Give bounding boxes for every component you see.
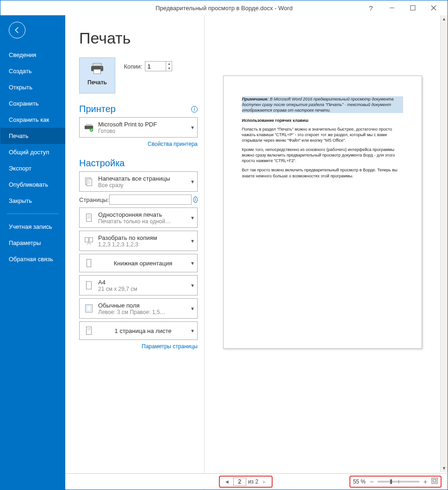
help-button[interactable]: ? <box>361 1 381 14</box>
nav-save-as[interactable]: Сохранить как <box>0 112 65 128</box>
printer-dropdown[interactable]: Microsoft Print to PDF Готово ▼ <box>79 117 198 138</box>
zoom-fit-button[interactable] <box>431 477 438 486</box>
settings-heading: Настройка <box>79 158 198 169</box>
prev-page-button[interactable]: ◄ <box>223 479 231 484</box>
backstage-sidebar: Сведения Создать Открыть Сохранить Сохра… <box>0 15 65 490</box>
print-settings-panel: Печать Печать Копии: ▲ ▼ <box>65 15 204 490</box>
collated-icon <box>80 236 98 246</box>
nav-publish[interactable]: Опубликовать <box>0 176 65 193</box>
nav-export[interactable]: Экспорт <box>0 160 65 176</box>
svg-rect-20 <box>85 238 88 242</box>
svg-rect-26 <box>87 327 92 335</box>
copies-spinner[interactable]: ▲ ▼ <box>145 61 172 71</box>
pages-label: Страницы: <box>79 196 109 203</box>
minimize-button[interactable] <box>381 1 402 14</box>
zoom-control: 55 % − + <box>349 476 442 488</box>
preview-scroll[interactable]: Примечание: В Microsoft Word 2016 предва… <box>205 15 440 472</box>
one-sided-dropdown[interactable]: Односторонняя печать Печатать только на … <box>79 207 198 228</box>
nav-save[interactable]: Сохранить <box>0 95 65 112</box>
window-title: Предварительный просмотр в Ворде.docx - … <box>156 5 292 12</box>
svg-rect-9 <box>86 124 92 126</box>
svg-rect-4 <box>93 63 102 66</box>
chevron-down-icon: ▼ <box>188 239 197 244</box>
page-title: Печать <box>79 29 198 47</box>
portrait-icon <box>80 258 98 268</box>
printer-icon <box>80 63 115 76</box>
svg-rect-6 <box>94 69 101 74</box>
zoom-value: 55 % <box>353 478 366 485</box>
nav-close[interactable]: Закрыть <box>0 193 65 209</box>
pages-per-sheet-icon <box>80 326 98 336</box>
svg-rect-22 <box>87 259 91 267</box>
svg-rect-16 <box>87 214 92 222</box>
chevron-down-icon: ▼ <box>188 306 197 311</box>
svg-rect-30 <box>433 479 436 482</box>
printer-heading: Принтер <box>79 104 191 114</box>
printer-status: Готово <box>98 128 188 134</box>
svg-point-7 <box>101 67 102 68</box>
one-sided-icon <box>80 213 98 223</box>
preview-area: Примечание: В Microsoft Word 2016 предва… <box>204 15 448 490</box>
printer-status-icon <box>80 122 98 132</box>
printer-properties-link[interactable]: Свойства принтера <box>148 141 198 147</box>
close-button[interactable] <box>423 1 444 14</box>
nav-share[interactable]: Общий доступ <box>0 144 65 160</box>
back-button[interactable] <box>9 22 25 38</box>
nav-print[interactable]: Печать <box>0 128 65 144</box>
preview-page: Примечание: В Microsoft Word 2016 предва… <box>223 75 422 349</box>
svg-rect-23 <box>87 282 92 289</box>
nav-account[interactable]: Учетная запись <box>0 219 65 235</box>
svg-rect-1 <box>411 6 415 10</box>
current-page-input[interactable] <box>233 477 246 486</box>
title-bar: Предварительный просмотр в Ворде.docx - … <box>0 0 448 15</box>
margins-dropdown[interactable]: Обычные поля Левое: 3 см Правое: 1,5… ▼ <box>79 298 198 319</box>
svg-rect-21 <box>89 238 93 242</box>
nav-options[interactable]: Параметры <box>0 235 65 251</box>
scroll-down[interactable]: ▼ <box>441 465 448 472</box>
print-range-dropdown[interactable]: Напечатать все страницы Все сразу ▼ <box>79 171 198 192</box>
pages-icon <box>80 176 98 187</box>
print-button-label: Печать <box>80 79 115 86</box>
chevron-down-icon: ▼ <box>188 179 197 184</box>
nav-feedback[interactable]: Обратная связь <box>0 251 65 267</box>
next-page-button[interactable]: ► <box>260 479 269 484</box>
collated-dropdown[interactable]: Разобрать по копиям 1,2,3 1,2,3 1,2,3 ▼ <box>79 231 198 251</box>
chevron-down-icon: ▼ <box>188 328 197 333</box>
zoom-out-button[interactable]: − <box>368 478 375 485</box>
paper-size-dropdown[interactable]: A4 21 см x 29,7 см ▼ <box>79 275 198 295</box>
orientation-dropdown[interactable]: Книжная ориентация ▼ <box>79 254 198 272</box>
pages-info-icon[interactable]: i <box>193 196 198 203</box>
status-bar: ◄ из 2 ► 55 % − + <box>65 473 447 489</box>
copies-up[interactable]: ▲ <box>166 62 172 66</box>
nav-info[interactable]: Сведения <box>0 47 65 63</box>
pages-per-sheet-dropdown[interactable]: 1 страница на листе ▼ <box>79 321 198 340</box>
paper-icon <box>80 280 98 290</box>
print-button[interactable]: Печать <box>79 57 115 94</box>
printer-info-icon[interactable]: i <box>191 106 198 113</box>
page-navigator: ◄ из 2 ► <box>219 476 273 488</box>
nav-new[interactable]: Создать <box>0 63 65 79</box>
page-setup-link[interactable]: Параметры страницы <box>142 343 198 350</box>
nav-open[interactable]: Открыть <box>0 79 65 95</box>
vertical-scrollbar[interactable]: ▲ ▼ <box>440 15 448 472</box>
copies-down[interactable]: ▼ <box>166 66 172 71</box>
zoom-slider[interactable] <box>378 481 419 483</box>
chevron-down-icon: ▼ <box>188 215 197 220</box>
pages-input[interactable] <box>109 195 192 205</box>
chevron-down-icon: ▼ <box>188 125 197 130</box>
copies-label: Копии: <box>124 63 142 70</box>
margins-icon <box>80 303 98 314</box>
nav-separator <box>7 214 59 214</box>
chevron-down-icon: ▼ <box>188 261 197 266</box>
copies-input[interactable] <box>145 62 166 71</box>
printer-name: Microsoft Print to PDF <box>98 121 188 128</box>
zoom-in-button[interactable]: + <box>422 478 429 485</box>
maximize-button[interactable] <box>402 1 423 14</box>
svg-rect-29 <box>432 478 437 484</box>
scroll-up[interactable]: ▲ <box>441 15 448 23</box>
page-of-label: из 2 <box>248 478 258 485</box>
svg-rect-12 <box>87 179 92 186</box>
chevron-down-icon: ▼ <box>188 283 197 288</box>
